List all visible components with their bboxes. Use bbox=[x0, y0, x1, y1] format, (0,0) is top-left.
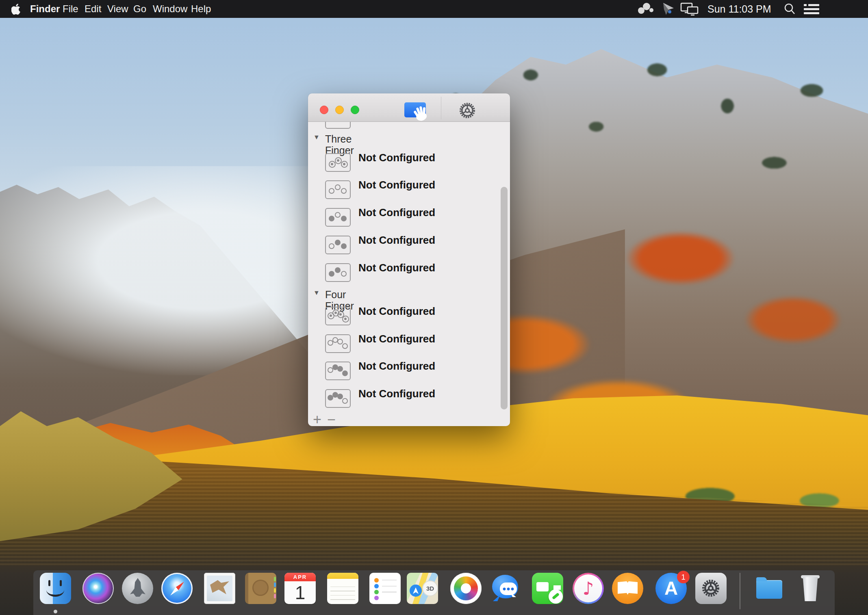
gesture-action-label: Not Configured bbox=[358, 152, 435, 163]
toolbar-separator bbox=[441, 97, 441, 119]
menu-item-app[interactable]: Finder bbox=[30, 0, 60, 18]
finger-dot-hollow bbox=[335, 184, 341, 190]
menu-item-view[interactable]: View bbox=[107, 0, 128, 18]
messages-ellipsis-icon bbox=[500, 583, 517, 595]
menu-bar-clock[interactable]: Sun 11:03 PM bbox=[707, 0, 771, 18]
finder-running-indicator bbox=[54, 610, 57, 613]
gesture-row[interactable]: Not Configured bbox=[308, 180, 510, 199]
dock-ibooks-icon[interactable] bbox=[612, 573, 643, 604]
window-titlebar[interactable] bbox=[308, 93, 510, 122]
dock-separator bbox=[740, 573, 740, 609]
notification-center-icon[interactable] bbox=[803, 0, 820, 18]
gesture-row[interactable]: Not Configured bbox=[308, 236, 510, 254]
toolbar-tab-trackpad[interactable] bbox=[404, 102, 426, 117]
gesture-row[interactable]: Not Configured bbox=[308, 334, 510, 353]
toolbar-tab-settings[interactable] bbox=[458, 102, 476, 119]
gesture-pattern-icon-partial bbox=[325, 122, 351, 129]
dock-siri-icon[interactable] bbox=[82, 573, 114, 604]
messages-bubble-icon bbox=[492, 575, 518, 598]
trackpad-hand-icon bbox=[411, 103, 431, 123]
gesture-row[interactable]: Not Configured bbox=[308, 362, 510, 380]
menu-item-go[interactable]: Go bbox=[133, 0, 146, 18]
display-mirroring-icon[interactable] bbox=[680, 0, 699, 18]
gesture-pattern-icon bbox=[325, 263, 351, 282]
finger-dot-filled bbox=[337, 394, 343, 399]
gesture-pattern-icon bbox=[325, 236, 351, 254]
menu-item-window[interactable]: Window bbox=[153, 0, 187, 18]
gear-icon bbox=[695, 573, 727, 604]
menu-item-edit[interactable]: Edit bbox=[85, 0, 101, 18]
finger-dot-hollow bbox=[335, 212, 341, 218]
finger-dot-hollow bbox=[342, 398, 348, 404]
dock-mail-icon[interactable] bbox=[204, 573, 235, 604]
finger-dot-hollow bbox=[341, 271, 347, 277]
menu-item-file[interactable]: File bbox=[63, 0, 78, 18]
gesture-pattern-icon bbox=[325, 362, 351, 380]
folder-icon bbox=[756, 580, 782, 599]
gesture-row[interactable]: Not Configured bbox=[308, 208, 510, 227]
zoom-button[interactable] bbox=[351, 106, 359, 114]
gesture-row[interactable]: Not Configured bbox=[308, 389, 510, 408]
spotlight-search-icon[interactable] bbox=[783, 0, 796, 18]
gesture-action-label: Not Configured bbox=[358, 179, 435, 191]
dock-calendar-icon[interactable]: APR 1 bbox=[284, 573, 316, 604]
gesture-action-label: Not Configured bbox=[358, 305, 435, 317]
finger-dot-hollow bbox=[329, 188, 334, 194]
menu-item-help[interactable]: Help bbox=[191, 0, 211, 18]
dock-downloads-folder-icon[interactable] bbox=[754, 573, 785, 604]
finger-dot-ring bbox=[341, 161, 348, 168]
gesture-pattern-icon bbox=[325, 389, 351, 408]
disclosure-triangle-icon[interactable]: ▼ bbox=[313, 289, 320, 297]
close-button[interactable] bbox=[320, 106, 328, 114]
dock-launchpad-icon[interactable] bbox=[122, 573, 153, 604]
dock-photos-icon[interactable] bbox=[450, 573, 482, 604]
dock-finder-icon[interactable] bbox=[40, 573, 71, 604]
gesture-row[interactable]: Not Configured bbox=[308, 263, 510, 282]
dock-app-store-icon[interactable]: 1 bbox=[655, 573, 687, 604]
calendar-day-label: 1 bbox=[284, 581, 316, 604]
minimize-button[interactable] bbox=[335, 106, 344, 114]
disclosure-triangle-icon[interactable]: ▼ bbox=[313, 134, 320, 141]
dock-trash-icon[interactable] bbox=[794, 573, 826, 604]
gesture-row[interactable]: Not Configured bbox=[308, 307, 510, 325]
desktop[interactable]: Finder File Edit View Go Window Help Sun… bbox=[0, 0, 868, 615]
scrollbar-thumb[interactable] bbox=[501, 187, 508, 409]
gesture-config-window: ▼ Three Finger Not Configured Not Config… bbox=[308, 93, 510, 426]
apple-menu[interactable] bbox=[11, 0, 21, 18]
finger-dot-filled bbox=[335, 267, 341, 273]
gesture-action-label: Not Configured bbox=[358, 333, 435, 344]
dock-maps-icon[interactable]: 3D bbox=[407, 573, 438, 604]
gesture-action-label: Not Configured bbox=[358, 207, 435, 218]
dock-contacts-icon[interactable] bbox=[245, 573, 276, 604]
gesture-list: ▼ Three Finger Not Configured Not Config… bbox=[308, 122, 510, 426]
finger-dot-filled bbox=[337, 366, 343, 372]
dock-notes-icon[interactable] bbox=[327, 573, 358, 604]
dock-system-preferences-icon[interactable] bbox=[695, 573, 727, 604]
dock-safari-icon[interactable] bbox=[161, 573, 193, 604]
dock-reminders-icon[interactable] bbox=[369, 573, 401, 604]
dock-itunes-icon[interactable] bbox=[573, 573, 604, 604]
gesture-pattern-icon bbox=[325, 307, 351, 325]
app-store-badge: 1 bbox=[677, 571, 690, 583]
dock-facetime-icon[interactable] bbox=[532, 573, 563, 604]
finger-dot-hollow bbox=[329, 243, 334, 249]
calendar-month-label: APR bbox=[284, 573, 316, 581]
menu-bar: Finder File Edit View Go Window Help Sun… bbox=[0, 0, 868, 18]
gesture-pattern-icon bbox=[325, 334, 351, 353]
gesture-action-label: Not Configured bbox=[358, 234, 435, 246]
finger-dot-filled bbox=[341, 243, 347, 249]
facetime-phone-icon bbox=[549, 589, 563, 604]
gesture-row[interactable]: Not Configured bbox=[308, 153, 510, 172]
gesture-action-label: Not Configured bbox=[358, 360, 435, 372]
screen-pointer-icon[interactable] bbox=[661, 0, 675, 18]
finger-dot-filled bbox=[329, 271, 334, 277]
remove-gesture-button[interactable]: − bbox=[327, 414, 336, 426]
finger-dot-filled bbox=[342, 370, 348, 376]
finger-dot-filled bbox=[329, 216, 334, 221]
finger-dot-filled bbox=[341, 216, 347, 221]
finger-dot-ring bbox=[329, 161, 336, 168]
gesture-action-label: Not Configured bbox=[358, 262, 435, 273]
add-gesture-button[interactable]: + bbox=[313, 414, 321, 426]
dock-messages-icon[interactable] bbox=[490, 573, 522, 604]
gesture-dots-icon[interactable] bbox=[636, 0, 654, 18]
